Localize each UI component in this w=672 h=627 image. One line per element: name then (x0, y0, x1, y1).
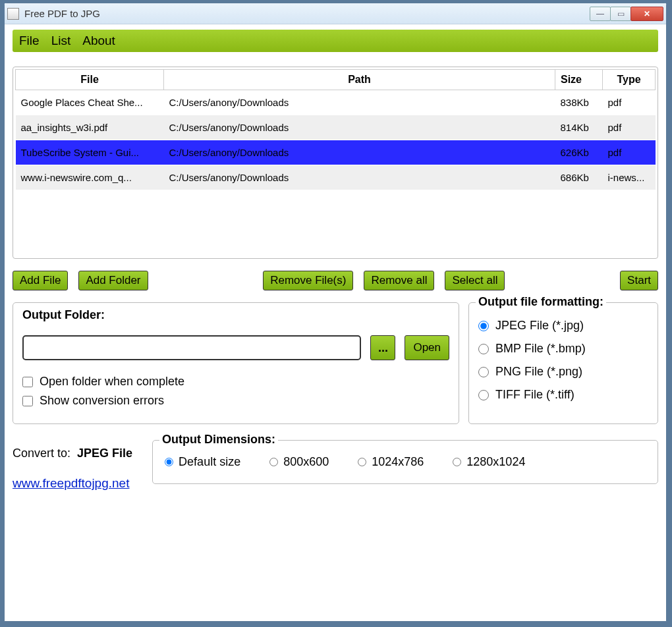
header-file[interactable]: File (16, 70, 164, 90)
dim-1280-radio[interactable]: 1280x1024 (453, 455, 525, 469)
titlebar[interactable]: Free PDF to JPG — ▭ ✕ (5, 3, 666, 24)
menu-about[interactable]: About (82, 34, 115, 48)
remove-files-button[interactable]: Remove File(s) (263, 271, 353, 290)
open-when-complete-checkbox[interactable]: Open folder when complete (22, 375, 449, 389)
header-path[interactable]: Path (164, 70, 555, 90)
convert-to-label: Convert to: JPEG File (13, 447, 132, 460)
cell-type: pdf (603, 115, 656, 140)
close-button[interactable]: ✕ (630, 7, 663, 21)
start-button[interactable]: Start (620, 271, 658, 290)
cell-size: 814Kb (555, 115, 603, 140)
cell-file: www.i-newswire.com_q... (16, 165, 164, 190)
cell-path: C:/Users/anony/Downloads (164, 115, 555, 140)
website-link[interactable]: www.freepdftojpg.net (13, 476, 129, 490)
dim-default-radio[interactable]: Default size (165, 455, 240, 469)
add-folder-button[interactable]: Add Folder (78, 271, 148, 290)
format-jpeg-radio[interactable]: JPEG File (*.jpg) (478, 319, 648, 333)
cell-path: C:/Users/anony/Downloads (164, 90, 555, 115)
table-row[interactable]: www.i-newswire.com_q...C:/Users/anony/Do… (16, 165, 656, 190)
cell-type: pdf (603, 90, 656, 115)
maximize-button[interactable]: ▭ (610, 7, 631, 21)
header-type[interactable]: Type (603, 70, 656, 90)
cell-file: TubeScribe System - Gui... (16, 140, 164, 165)
header-size[interactable]: Size (555, 70, 603, 90)
content-area: File List About File Path Size Type Goog… (5, 24, 666, 621)
menubar: File List About (13, 30, 658, 52)
cell-type: pdf (603, 140, 656, 165)
file-table[interactable]: File Path Size Type Google Places Cheat … (15, 69, 656, 190)
cell-path: C:/Users/anony/Downloads (164, 165, 555, 190)
output-format-panel: Output file formatting: JPEG File (*.jpg… (468, 302, 658, 424)
file-list-panel: File Path Size Type Google Places Cheat … (13, 67, 658, 259)
output-folder-input[interactable] (22, 335, 361, 360)
app-icon (7, 8, 19, 20)
action-buttons: Add File Add Folder Remove File(s) Remov… (13, 271, 658, 290)
table-row[interactable]: Google Places Cheat She...C:/Users/anony… (16, 90, 656, 115)
minimize-button[interactable]: — (590, 7, 611, 21)
table-row[interactable]: aa_insights_w3i.pdfC:/Users/anony/Downlo… (16, 115, 656, 140)
output-dimensions-panel: Output Dimensions: Default size 800x600 … (152, 440, 658, 484)
menu-list[interactable]: List (51, 34, 71, 48)
cell-type: i-news... (603, 165, 656, 190)
format-png-radio[interactable]: PNG File (*.png) (478, 365, 648, 379)
cell-size: 838Kb (555, 90, 603, 115)
cell-size: 686Kb (555, 165, 603, 190)
cell-path: C:/Users/anony/Downloads (164, 140, 555, 165)
cell-file: aa_insights_w3i.pdf (16, 115, 164, 140)
dim-800-radio[interactable]: 800x600 (269, 455, 329, 469)
output-folder-label: Output Folder: (22, 308, 449, 322)
open-folder-button[interactable]: Open (405, 335, 449, 360)
output-dimensions-label: Output Dimensions: (159, 433, 278, 447)
table-row[interactable]: TubeScribe System - Gui...C:/Users/anony… (16, 140, 656, 165)
cell-size: 626Kb (555, 140, 603, 165)
select-all-button[interactable]: Select all (445, 271, 505, 290)
add-file-button[interactable]: Add File (13, 271, 68, 290)
show-errors-checkbox[interactable]: Show conversion errors (22, 394, 449, 408)
output-folder-panel: Output Folder: ... Open Open folder when… (13, 302, 459, 424)
dim-1024-radio[interactable]: 1024x786 (358, 455, 424, 469)
application-window: Free PDF to JPG — ▭ ✕ File List About Fi… (4, 3, 667, 622)
window-title: Free PDF to JPG (24, 8, 590, 19)
browse-button[interactable]: ... (370, 335, 395, 360)
format-tiff-radio[interactable]: TIFF File (*.tiff) (478, 388, 648, 402)
remove-all-button[interactable]: Remove all (364, 271, 434, 290)
menu-file[interactable]: File (19, 34, 40, 48)
output-format-label: Output file formatting: (476, 295, 606, 309)
format-bmp-radio[interactable]: BMP File (*.bmp) (478, 342, 648, 356)
cell-file: Google Places Cheat She... (16, 90, 164, 115)
